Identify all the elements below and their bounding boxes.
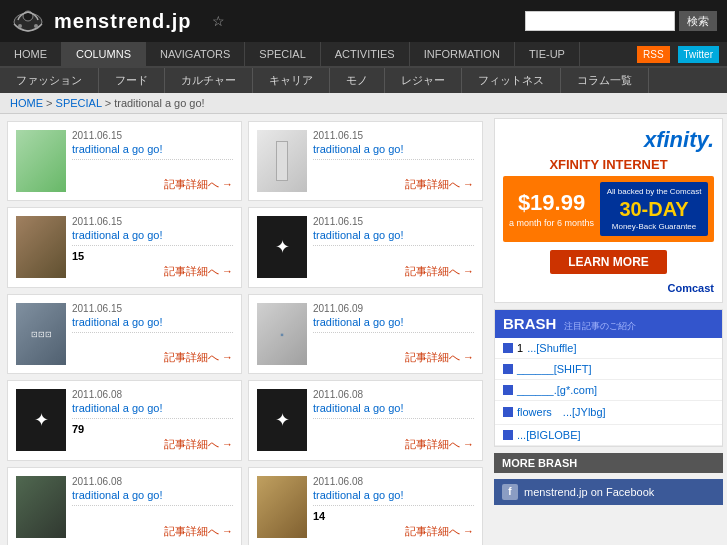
brash-item-link[interactable]: flowers ...[JYlbg]	[517, 405, 606, 420]
article-divider	[313, 505, 474, 506]
article-more[interactable]: 記事詳細へ →	[72, 524, 233, 539]
subnav-mono[interactable]: モノ	[330, 68, 385, 93]
article-more[interactable]: 記事詳細へ →	[72, 437, 233, 452]
sidebar: xfinity. XFINITY INTERNET $19.99 a month…	[490, 114, 727, 545]
brash-item-link[interactable]: ______[SHIFT]	[517, 363, 592, 375]
article-content: 2011.06.15 traditional a go go! 記事詳細へ →	[72, 130, 233, 192]
subnav-leisure[interactable]: レジャー	[385, 68, 462, 93]
facebook-section[interactable]: f menstrend.jp on Facebook	[494, 479, 723, 505]
article-thumbnail	[16, 130, 66, 192]
subnav-career[interactable]: キャリア	[253, 68, 330, 93]
article-content: 2011.06.09 traditional a go go! 記事詳細へ →	[313, 303, 474, 365]
backed-text: All backed by the Comcast	[607, 187, 702, 196]
nav-home[interactable]: HOME	[0, 42, 62, 66]
svg-point-2	[18, 24, 22, 28]
article-divider	[72, 159, 233, 160]
search-button[interactable]: 検索	[679, 11, 717, 31]
breadcrumb-current: traditional a go go!	[114, 97, 205, 109]
article-title[interactable]: traditional a go go!	[72, 402, 233, 414]
star-icon[interactable]: ☆	[212, 13, 225, 29]
rss-button[interactable]: RSS	[637, 46, 670, 63]
article-content: 2011.06.08 traditional a go go! 14 記事詳細へ…	[313, 476, 474, 539]
article-date: 2011.06.09	[313, 303, 474, 314]
breadcrumb-home[interactable]: HOME	[10, 97, 43, 109]
facebook-icon: f	[502, 484, 518, 500]
brash-item-link[interactable]: ...[Shuffle]	[527, 342, 576, 354]
article-item: ✦ 2011.06.08 traditional a go go! 79 記事詳…	[7, 380, 242, 461]
nav-navigators[interactable]: NAVIGATORS	[146, 42, 245, 66]
article-date: 2011.06.08	[313, 389, 474, 400]
subnav-columns-all[interactable]: コラム一覧	[561, 68, 649, 93]
article-title[interactable]: traditional a go go!	[72, 316, 233, 328]
price-amount: $19.99	[518, 190, 585, 215]
xfinity-logo: xfinity.	[503, 127, 714, 153]
subnav-fashion[interactable]: ファッション	[0, 68, 99, 93]
article-divider	[72, 505, 233, 506]
nav-columns[interactable]: COLUMNS	[62, 42, 146, 66]
article-divider	[72, 245, 233, 246]
sub-navigation: ファッション フード カルチャー キャリア モノ レジャー フィットネス コラム…	[0, 68, 727, 93]
content-area: 2011.06.15 traditional a go go! 記事詳細へ → …	[0, 114, 490, 545]
article-title[interactable]: traditional a go go!	[72, 229, 233, 241]
article-title[interactable]: traditional a go go!	[313, 229, 474, 241]
article-thumbnail: ⊡⊡⊡	[16, 303, 66, 365]
svg-point-3	[34, 24, 38, 28]
article-content: 2011.06.15 traditional a go go! 記事詳細へ →	[313, 130, 474, 192]
article-more[interactable]: 記事詳細へ →	[313, 437, 474, 452]
search-input[interactable]	[525, 11, 675, 31]
article-item: ✦ 2011.06.08 traditional a go go! 記事詳細へ …	[248, 380, 483, 461]
nav-information[interactable]: INFORMATION	[410, 42, 515, 66]
article-title[interactable]: traditional a go go!	[72, 143, 233, 155]
twitter-button[interactable]: Twitter	[678, 46, 719, 63]
guarantee-sub: Money-Back Guarantee	[612, 222, 697, 231]
brash-item-icon	[503, 364, 513, 374]
guarantee-days: 30-DAY	[619, 198, 688, 220]
more-brash-button[interactable]: MORE BRASH	[494, 453, 723, 473]
article-title[interactable]: traditional a go go!	[313, 316, 474, 328]
brash-header: BRASH 注目記事のご紹介	[495, 310, 722, 338]
xfinity-price-box: $19.99 a month for 6 months All backed b…	[503, 176, 714, 242]
learn-more-button[interactable]: LEARN MORE	[550, 250, 667, 274]
article-item: 2011.06.15 traditional a go go! 記事詳細へ →	[248, 121, 483, 201]
subnav-food[interactable]: フード	[99, 68, 165, 93]
article-date: 2011.06.15	[72, 303, 233, 314]
brash-item-link[interactable]: ______.[g*.com]	[517, 384, 597, 396]
article-divider	[72, 418, 233, 419]
article-date: 2011.06.15	[72, 130, 233, 141]
article-count: 79	[72, 423, 233, 435]
nav-activities[interactable]: ACTIVITIES	[321, 42, 410, 66]
article-title[interactable]: traditional a go go!	[72, 489, 233, 501]
breadcrumb: HOME > SPECIAL > traditional a go go!	[0, 93, 727, 114]
comcast-logo: Comcast	[503, 282, 714, 294]
article-title[interactable]: traditional a go go!	[313, 402, 474, 414]
article-date: 2011.06.15	[313, 130, 474, 141]
subnav-culture[interactable]: カルチャー	[165, 68, 253, 93]
brash-item-link[interactable]: ...[BIGLOBE]	[517, 429, 581, 441]
article-title[interactable]: traditional a go go!	[313, 489, 474, 501]
article-more[interactable]: 記事詳細へ →	[72, 264, 233, 279]
brash-item-num: 1	[517, 342, 523, 354]
brash-item: flowers ...[JYlbg]	[495, 401, 722, 425]
article-divider	[313, 159, 474, 160]
article-title[interactable]: traditional a go go!	[313, 143, 474, 155]
nav-special[interactable]: SPECIAL	[245, 42, 320, 66]
nav-tieup[interactable]: TIE-UP	[515, 42, 580, 66]
article-more[interactable]: 記事詳細へ →	[313, 350, 474, 365]
article-more[interactable]: 記事詳細へ →	[72, 177, 233, 192]
article-item: ✦ 2011.06.15 traditional a go go! 記事詳細へ …	[248, 207, 483, 288]
xfinity-price: $19.99 a month for 6 months	[509, 190, 594, 228]
subnav-fitness[interactable]: フィットネス	[462, 68, 561, 93]
article-more[interactable]: 記事詳細へ →	[313, 264, 474, 279]
article-more[interactable]: 記事詳細へ →	[313, 524, 474, 539]
article-divider	[72, 332, 233, 333]
article-item: 2011.06.15 traditional a go go! 記事詳細へ →	[7, 121, 242, 201]
site-logo-text[interactable]: menstrend.jp	[54, 10, 192, 33]
breadcrumb-sep2: >	[105, 97, 114, 109]
article-more[interactable]: 記事詳細へ →	[72, 350, 233, 365]
breadcrumb-special[interactable]: SPECIAL	[56, 97, 102, 109]
article-item: 2011.06.08 traditional a go go! 14 記事詳細へ…	[248, 467, 483, 545]
article-more[interactable]: 記事詳細へ →	[313, 177, 474, 192]
article-grid: 2011.06.15 traditional a go go! 記事詳細へ → …	[4, 118, 486, 545]
brash-item-icon	[503, 385, 513, 395]
article-date: 2011.06.15	[72, 216, 233, 227]
